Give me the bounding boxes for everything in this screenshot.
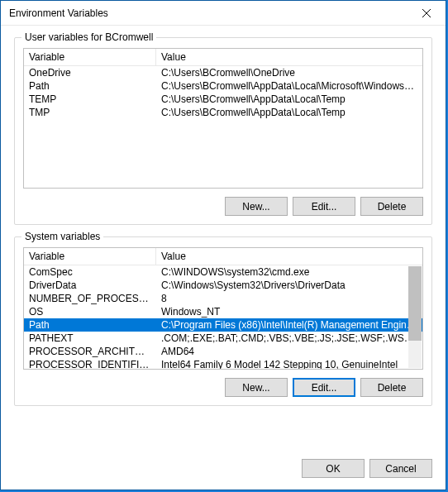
system-table-header: Variable Value [24, 248, 422, 265]
column-header-variable[interactable]: Variable [24, 248, 156, 265]
cell-variable: NUMBER_OF_PROCESSORS [24, 292, 156, 305]
user-variables-group: User variables for BCromwell Variable Va… [14, 37, 432, 225]
cell-value: C:\Users\BCromwell\AppData\Local\Temp [156, 93, 422, 106]
close-icon [422, 9, 431, 17]
cell-variable: TMP [24, 106, 156, 119]
environment-variables-dialog: Environment Variables User variables for… [0, 0, 446, 490]
close-button[interactable] [407, 1, 446, 26]
table-row[interactable]: TEMPC:\Users\BCromwell\AppData\Local\Tem… [24, 93, 422, 106]
system-edit-button[interactable]: Edit... [293, 378, 355, 397]
cell-variable: DriverData [24, 279, 156, 292]
cell-value: C:\Users\BCromwell\OneDrive [156, 66, 422, 79]
system-delete-button[interactable]: Delete [360, 378, 423, 397]
window-title: Environment Variables [9, 7, 407, 19]
vertical-scrollbar[interactable] [408, 266, 422, 368]
cell-variable: TEMP [24, 93, 156, 106]
cell-value: C:\Users\BCromwell\AppData\Local\Microso… [156, 79, 422, 93]
table-row[interactable]: DriverDataC:\Windows\System32\Drivers\Dr… [24, 279, 422, 292]
column-header-value[interactable]: Value [156, 49, 422, 65]
cell-variable: ComSpec [24, 265, 156, 279]
system-button-row: New... Edit... Delete [23, 378, 423, 397]
user-new-button[interactable]: New... [225, 197, 288, 216]
cell-value: Windows_NT [156, 305, 422, 318]
user-table-body: OneDriveC:\Users\BCromwell\OneDrivePathC… [24, 66, 422, 119]
dialog-footer: OK Cancel [1, 454, 446, 490]
cell-variable: PROCESSOR_ARCHITECTURE [24, 345, 156, 358]
cell-variable: PATHEXT [24, 332, 156, 345]
dialog-content: User variables for BCromwell Variable Va… [1, 26, 446, 454]
cell-value: C:\WINDOWS\system32\cmd.exe [156, 265, 422, 279]
system-table-body: ComSpecC:\WINDOWS\system32\cmd.exeDriver… [24, 265, 422, 370]
system-variables-table[interactable]: Variable Value ComSpecC:\WINDOWS\system3… [23, 247, 423, 370]
cell-value: C:\Windows\System32\Drivers\DriverData [156, 279, 422, 292]
cell-value: 8 [156, 292, 422, 305]
table-row[interactable]: PROCESSOR_IDENTIFIERIntel64 Family 6 Mod… [24, 358, 422, 370]
cell-variable: OneDrive [24, 66, 156, 79]
table-row[interactable]: OneDriveC:\Users\BCromwell\OneDrive [24, 66, 422, 79]
table-row[interactable]: NUMBER_OF_PROCESSORS8 [24, 292, 422, 305]
scroll-thumb[interactable] [408, 266, 422, 341]
table-row[interactable]: PathC:\Users\BCromwell\AppData\Local\Mic… [24, 79, 422, 93]
table-row[interactable]: PROCESSOR_ARCHITECTUREAMD64 [24, 345, 422, 358]
user-delete-button[interactable]: Delete [360, 197, 423, 216]
cell-value: Intel64 Family 6 Model 142 Stepping 10, … [156, 358, 422, 370]
table-row[interactable]: ComSpecC:\WINDOWS\system32\cmd.exe [24, 265, 422, 279]
cancel-button[interactable]: Cancel [369, 459, 432, 478]
system-group-label: System variables [21, 231, 103, 242]
table-row[interactable]: PATHEXT.COM;.EXE;.BAT;.CMD;.VBS;.VBE;.JS… [24, 332, 422, 345]
system-new-button[interactable]: New... [225, 378, 288, 397]
cell-value: .COM;.EXE;.BAT;.CMD;.VBS;.VBE;.JS;.JSE;.… [156, 332, 422, 345]
user-group-label: User variables for BCromwell [21, 31, 156, 43]
user-edit-button[interactable]: Edit... [293, 197, 355, 216]
column-header-variable[interactable]: Variable [24, 49, 156, 65]
cell-variable: Path [24, 318, 156, 332]
column-header-value[interactable]: Value [156, 248, 422, 265]
table-row[interactable]: PathC:\Program Files (x86)\Intel\Intel(R… [24, 318, 422, 332]
table-row[interactable]: TMPC:\Users\BCromwell\AppData\Local\Temp [24, 106, 422, 119]
user-table-header: Variable Value [24, 49, 422, 66]
user-variables-table[interactable]: Variable Value OneDriveC:\Users\BCromwel… [23, 48, 423, 189]
cell-value: AMD64 [156, 345, 422, 358]
table-row[interactable]: OSWindows_NT [24, 305, 422, 318]
system-variables-group: System variables Variable Value ComSpecC… [14, 236, 432, 406]
cell-variable: PROCESSOR_IDENTIFIER [24, 358, 156, 370]
cell-value: C:\Program Files (x86)\Intel\Intel(R) Ma… [156, 318, 422, 332]
cell-variable: Path [24, 79, 156, 93]
titlebar: Environment Variables [1, 1, 446, 26]
cell-variable: OS [24, 305, 156, 318]
ok-button[interactable]: OK [302, 459, 365, 478]
cell-value: C:\Users\BCromwell\AppData\Local\Temp [156, 106, 422, 119]
user-button-row: New... Edit... Delete [23, 197, 423, 216]
